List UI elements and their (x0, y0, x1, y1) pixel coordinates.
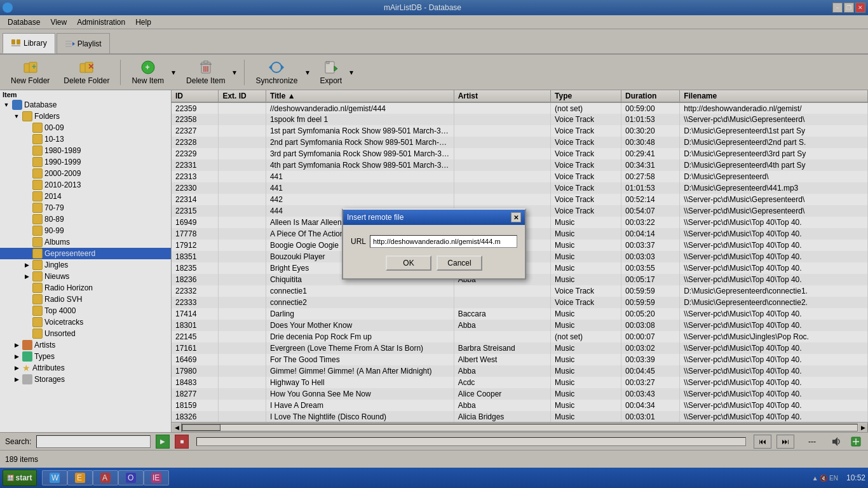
modal-url-label: URL (351, 237, 366, 246)
modal-body: URL OK Cancel (343, 225, 525, 278)
modal-url-input[interactable] (370, 235, 517, 248)
modal-close-button[interactable]: ✕ (511, 212, 521, 222)
modal-dialog: Insert remote file ✕ URL OK Cancel (342, 208, 526, 280)
modal-cancel-button[interactable]: Cancel (437, 255, 482, 271)
modal-titlebar: Insert remote file ✕ (343, 210, 525, 225)
modal-ok-button[interactable]: OK (386, 255, 431, 271)
modal-overlay: Insert remote file ✕ URL OK Cancel (0, 0, 868, 488)
modal-title: Insert remote file (347, 213, 403, 222)
modal-buttons: OK Cancel (351, 255, 517, 271)
modal-url-row: URL (351, 235, 517, 248)
